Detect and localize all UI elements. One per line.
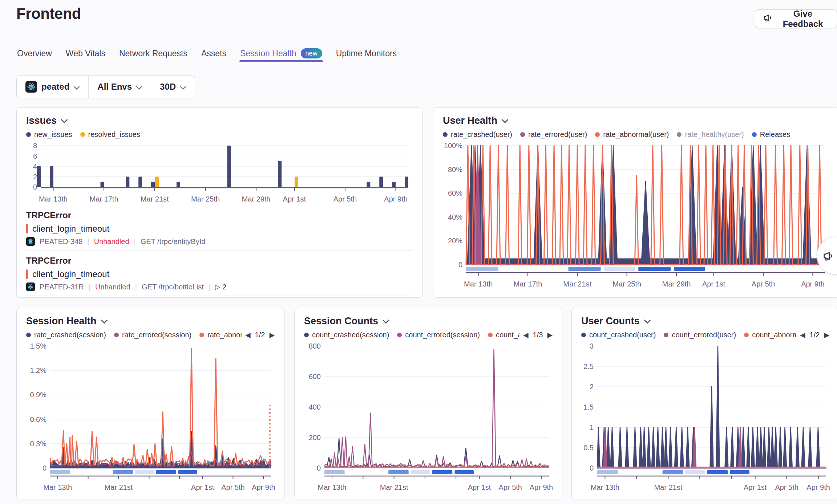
svg-text:Mar 29th: Mar 29th bbox=[242, 195, 271, 203]
svg-text:600: 600 bbox=[309, 373, 321, 381]
session-health-panel: Session Health rate_crashed(session)rate… bbox=[16, 308, 284, 499]
tab-assets[interactable]: Assets bbox=[201, 40, 227, 62]
tab-overview[interactable]: Overview bbox=[16, 40, 53, 62]
user-health-legend: rate_crashed(user)rate_errored(user)rate… bbox=[443, 129, 829, 140]
tab-web-vitals[interactable]: Web Vitals bbox=[65, 40, 106, 62]
legend-item-new-issues[interactable]: new_issues bbox=[26, 130, 72, 139]
filter-bar: peated All Envs 30D bbox=[16, 76, 195, 98]
legend-item-rate-healthy-user-[interactable]: rate_healthy(user) bbox=[677, 130, 744, 139]
pager-next-icon[interactable]: ▶ bbox=[269, 332, 275, 338]
legend-item-count-crashed-session-[interactable]: count_crashed(session) bbox=[304, 331, 389, 339]
session-health-legend: rate_crashed(session)rate_errored(sessio… bbox=[26, 329, 275, 340]
legend-label: rate_crashed(session) bbox=[34, 331, 106, 339]
issue-row[interactable]: TRPCErrorclient_login_timeoutPEATED-348|… bbox=[26, 205, 413, 251]
svg-text:Mar 29th: Mar 29th bbox=[662, 280, 691, 288]
session-health-panel-header[interactable]: Session Health bbox=[26, 315, 275, 327]
user-counts-chart[interactable]: 00.511.522.53Mar 13thMar 21stApr 1stApr … bbox=[581, 343, 830, 491]
legend-dot bbox=[443, 132, 448, 137]
legend-dot bbox=[581, 333, 586, 337]
issue-row[interactable]: TRPCErrorclient_login_timeoutPEATED-31R|… bbox=[26, 251, 413, 296]
legend-pager: ◀1/3▶ bbox=[519, 329, 553, 340]
user-counts-legend: count_crashed(user)count_errored(user)co… bbox=[581, 329, 829, 340]
svg-text:Apr 1st: Apr 1st bbox=[283, 195, 306, 203]
user-counts-panel-title: User Counts bbox=[581, 316, 640, 327]
svg-text:60%: 60% bbox=[448, 189, 462, 197]
legend-label: Releases bbox=[760, 130, 790, 139]
session-health-chart[interactable]: 00.3%0.6%0.9%1.2%1.5%Mar 13thMar 21stApr… bbox=[26, 343, 275, 491]
legend-dot bbox=[488, 333, 493, 337]
issues-chart[interactable]: 02468Mar 13thMar 17thMar 21stMar 25thMar… bbox=[26, 143, 413, 205]
date-range-selector-label: 30D bbox=[160, 82, 176, 92]
user-health-panel: User Health rate_crashed(user)rate_error… bbox=[433, 107, 837, 298]
tab-uptime-monitors[interactable]: Uptime Monitors bbox=[335, 40, 397, 62]
chevron-down-icon bbox=[383, 318, 389, 325]
issues-panel-header[interactable]: Issues bbox=[26, 114, 413, 127]
chevron-down-icon bbox=[502, 118, 508, 125]
give-feedback-label: Give Feedback bbox=[777, 9, 829, 29]
legend-dot bbox=[397, 333, 402, 337]
legend-item-rate-abnormal-user-[interactable]: rate_abnormal(user) bbox=[595, 130, 669, 139]
svg-text:80%: 80% bbox=[448, 166, 462, 174]
legend-item-resolved-issues[interactable]: resolved_issues bbox=[80, 130, 140, 139]
svg-text:1.2%: 1.2% bbox=[30, 366, 46, 374]
svg-text:Mar 21st: Mar 21st bbox=[105, 483, 133, 491]
pager-prev-icon[interactable]: ◀ bbox=[523, 332, 529, 338]
chevron-down-icon bbox=[101, 318, 108, 325]
session-counts-panel-header[interactable]: Session Counts bbox=[304, 315, 553, 327]
user-health-chart[interactable]: 020%40%60%80%100%Mar 13thMar 17thMar 21s… bbox=[443, 143, 830, 288]
legend-item-count-crashed-user-[interactable]: count_crashed(user) bbox=[581, 331, 656, 339]
legend-label: new_issues bbox=[34, 130, 72, 139]
svg-text:0.3%: 0.3% bbox=[30, 440, 46, 448]
svg-text:Apr 5th: Apr 5th bbox=[752, 280, 775, 288]
environment-selector-label: All Envs bbox=[97, 82, 132, 92]
pager-page-indicator: 1/2 bbox=[810, 331, 820, 339]
tab-session-health[interactable]: Session Healthnew bbox=[239, 40, 323, 62]
issue-short-id: PEATED-348 bbox=[40, 237, 83, 246]
chevron-down-icon bbox=[644, 318, 651, 325]
project-selector-label: peated bbox=[41, 82, 69, 92]
legend-item-releases[interactable]: Releases bbox=[752, 130, 790, 139]
tab-bar: OverviewWeb VitalsNetwork RequestsAssets… bbox=[0, 40, 837, 62]
svg-text:Mar 13th: Mar 13th bbox=[318, 483, 347, 491]
legend-item-count-errored-user-[interactable]: count_errored(user) bbox=[664, 331, 736, 339]
legend-item-count-abnorm[interactable]: count_abnorm bbox=[744, 331, 798, 339]
project-selector[interactable]: peated bbox=[17, 76, 88, 98]
legend-item-rate-errored-user-[interactable]: rate_errored(user) bbox=[520, 130, 587, 139]
session-counts-chart[interactable]: 0200400600800Mar 13thMar 21stApr 1stApr … bbox=[304, 343, 553, 491]
legend-item-count-a[interactable]: count_a bbox=[488, 331, 522, 339]
environment-selector[interactable]: All Envs bbox=[89, 76, 151, 98]
legend-item-rate-crashed-user-[interactable]: rate_crashed(user) bbox=[443, 130, 512, 139]
pager-page-indicator: 1/2 bbox=[255, 331, 265, 339]
date-range-selector[interactable]: 30D bbox=[151, 76, 195, 98]
legend-dot bbox=[520, 132, 525, 137]
pager-next-icon[interactable]: ▶ bbox=[547, 332, 553, 338]
legend-item-count-errored-session-[interactable]: count_errored(session) bbox=[397, 331, 480, 339]
pager-next-icon[interactable]: ▶ bbox=[824, 332, 829, 338]
user-health-panel-header[interactable]: User Health bbox=[443, 114, 829, 127]
issue-error-type[interactable]: TRPCError bbox=[26, 210, 413, 220]
svg-text:400: 400 bbox=[309, 403, 321, 411]
user-counts-panel-header[interactable]: User Counts bbox=[581, 315, 829, 327]
legend-label: rate_crashed(user) bbox=[451, 130, 512, 139]
svg-text:6: 6 bbox=[33, 152, 37, 160]
legend-dot bbox=[677, 132, 682, 137]
issue-error-type[interactable]: TRPCError bbox=[26, 256, 413, 266]
svg-text:0: 0 bbox=[458, 261, 462, 269]
pager-prev-icon[interactable]: ◀ bbox=[245, 332, 251, 338]
legend-item-rate-errored-session-[interactable]: rate_errored(session) bbox=[114, 331, 191, 339]
pager-page-indicator: 1/3 bbox=[533, 331, 543, 339]
react-icon bbox=[26, 283, 35, 291]
give-feedback-button[interactable]: Give Feedback bbox=[755, 9, 837, 28]
tab-network-requests[interactable]: Network Requests bbox=[118, 40, 188, 62]
legend-label: count_errored(session) bbox=[405, 331, 480, 339]
issue-replay-count[interactable]: ▷2 bbox=[215, 283, 226, 291]
issue-level-bar bbox=[26, 269, 28, 279]
legend-item-rate-crashed-session-[interactable]: rate_crashed(session) bbox=[26, 331, 106, 339]
legend-label: count_crashed(session) bbox=[312, 331, 389, 339]
svg-text:Mar 21st: Mar 21st bbox=[654, 483, 682, 491]
pager-prev-icon[interactable]: ◀ bbox=[800, 332, 805, 338]
legend-dot bbox=[744, 333, 749, 337]
svg-text:Apr 1st: Apr 1st bbox=[191, 483, 214, 491]
legend-item-rate-abnorr[interactable]: rate_abnorr bbox=[199, 331, 245, 339]
issue-message: client_login_timeout bbox=[26, 224, 413, 234]
